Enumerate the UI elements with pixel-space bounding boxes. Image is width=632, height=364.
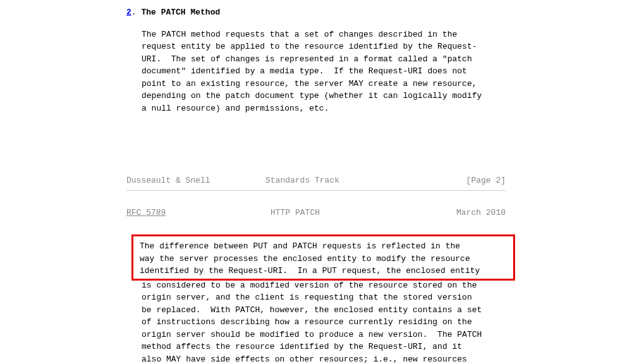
document-container: 2. The PATCH Method The PATCH method req… bbox=[126, 6, 506, 364]
paragraph-1: The PATCH method requests that a set of … bbox=[142, 28, 506, 115]
highlight-box: The difference between PUT and PATCH req… bbox=[131, 234, 515, 281]
rfc-header-link[interactable]: RFC 5789 bbox=[126, 208, 166, 217]
highlight-wrapper: The difference between PUT and PATCH req… bbox=[131, 234, 515, 281]
page-spacer bbox=[126, 114, 506, 174]
footer-page: [Page 2] bbox=[466, 174, 506, 187]
paragraph-2-continuation: is considered to be a modified version o… bbox=[142, 279, 506, 365]
page-footer: Dusseault & SnellStandards Track[Page 2] bbox=[126, 174, 506, 190]
page-header: RFC 5789HTTP PATCHMarch 2010 bbox=[126, 207, 506, 219]
header-date: March 2010 bbox=[456, 207, 506, 219]
footer-track: Standards Track bbox=[265, 174, 392, 187]
section-number-link[interactable]: 2 bbox=[126, 8, 131, 17]
section-title: The PATCH Method bbox=[141, 8, 220, 17]
section-header: 2. The PATCH Method bbox=[126, 6, 506, 19]
page-divider bbox=[126, 190, 506, 191]
section-dot: . bbox=[131, 8, 137, 17]
header-title: HTTP PATCH bbox=[270, 207, 320, 219]
footer-authors: Dusseault & Snell bbox=[126, 174, 265, 187]
